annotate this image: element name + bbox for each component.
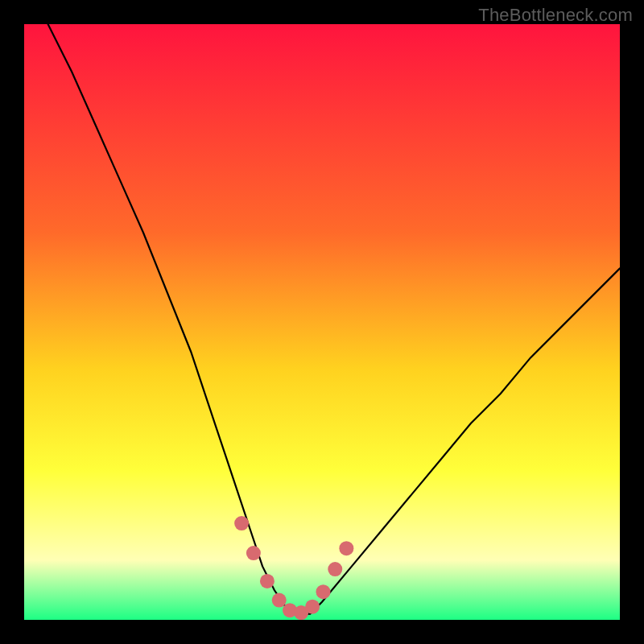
watermark-text: TheBottleneck.com: [478, 5, 633, 26]
highlight-dot: [272, 593, 287, 608]
highlight-dot: [316, 584, 330, 599]
highlight-dot: [260, 574, 275, 588]
highlight-dot: [246, 546, 261, 560]
highlight-dot: [339, 541, 353, 555]
highlight-dot: [305, 600, 320, 614]
chart-stage: TheBottleneck.com: [0, 0, 644, 644]
highlight-dot: [234, 516, 249, 530]
highlight-dot: [328, 562, 342, 576]
chart-svg: [24, 24, 620, 620]
gradient-background: [24, 24, 620, 620]
plot-area: [24, 24, 620, 620]
